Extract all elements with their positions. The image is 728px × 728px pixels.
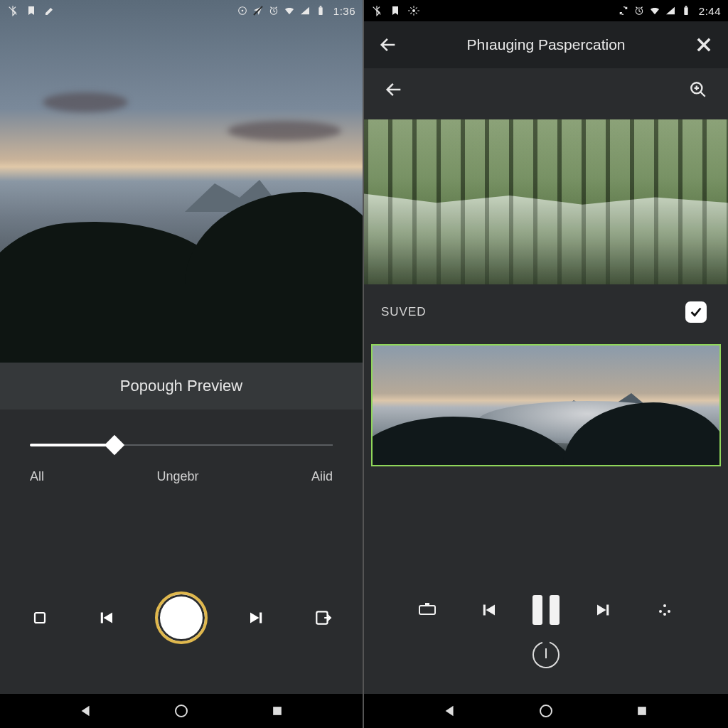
shutter-button[interactable] xyxy=(155,592,208,644)
settings-icon xyxy=(408,5,419,16)
bluetooth-off-icon xyxy=(371,5,382,16)
next-button[interactable] xyxy=(589,594,620,626)
close-button[interactable] xyxy=(690,31,718,59)
alarm-icon xyxy=(633,5,645,16)
controls-row xyxy=(0,592,363,644)
export-button[interactable] xyxy=(307,602,338,633)
slider-label-start: All xyxy=(30,469,44,484)
image-forest[interactable] xyxy=(364,119,728,284)
status-left xyxy=(371,5,419,16)
back-button[interactable] xyxy=(374,31,402,59)
cell-signal-icon xyxy=(299,5,311,16)
svg-rect-10 xyxy=(273,707,282,715)
saved-checkbox[interactable] xyxy=(685,301,707,323)
nav-home-button[interactable] xyxy=(171,701,191,721)
app-bar: Phıauging Paspercation xyxy=(364,21,728,68)
wifi-icon xyxy=(284,5,295,16)
target-icon xyxy=(237,5,248,16)
sync-icon xyxy=(618,5,629,16)
status-bar: 2:44 xyxy=(364,0,728,21)
svg-rect-24 xyxy=(638,707,646,715)
svg-rect-14 xyxy=(684,7,687,15)
svg-point-20 xyxy=(659,610,662,613)
svg-point-2 xyxy=(241,10,243,12)
android-nav-bar xyxy=(0,694,363,728)
more-button[interactable] xyxy=(649,594,680,626)
svg-point-9 xyxy=(176,705,187,717)
nav-recent-button[interactable] xyxy=(632,701,652,721)
svg-point-22 xyxy=(663,613,666,616)
screen-left: 1:36 Popough Preview All Ungebr Aiid xyxy=(0,0,364,728)
sub-bar xyxy=(364,68,728,111)
status-clock: 2:44 xyxy=(699,5,721,17)
battery-icon xyxy=(680,5,692,16)
saved-label: SUVED xyxy=(381,305,427,319)
battery-icon xyxy=(315,5,326,16)
svg-rect-15 xyxy=(685,6,687,7)
nav-back-button[interactable] xyxy=(76,701,96,721)
svg-rect-5 xyxy=(318,7,322,15)
android-nav-bar xyxy=(364,694,728,728)
svg-point-21 xyxy=(668,610,670,613)
nav-off-icon xyxy=(252,5,264,16)
status-left xyxy=(7,5,55,16)
status-clock: 1:36 xyxy=(333,5,355,17)
aspect-button[interactable] xyxy=(412,594,443,626)
power-button[interactable] xyxy=(532,641,560,668)
svg-line-3 xyxy=(254,6,262,15)
preview-slider[interactable] xyxy=(30,438,333,452)
svg-point-12 xyxy=(412,9,415,12)
previous-button[interactable] xyxy=(472,594,503,626)
app-bar-title: Phıauging Paspercation xyxy=(402,36,690,53)
svg-rect-17 xyxy=(419,606,435,614)
svg-point-23 xyxy=(540,705,552,717)
nav-recent-button[interactable] xyxy=(267,701,287,721)
nav-home-button[interactable] xyxy=(536,701,556,721)
bookmark-icon xyxy=(26,5,37,16)
svg-rect-18 xyxy=(425,603,429,606)
cell-signal-icon xyxy=(665,5,676,16)
preview-image xyxy=(0,0,363,363)
svg-point-19 xyxy=(663,604,666,607)
image-selected[interactable] xyxy=(371,344,721,466)
bookmark-icon xyxy=(390,5,401,16)
sub-back-button[interactable] xyxy=(380,75,408,104)
status-right: 2:44 xyxy=(618,5,721,17)
compose-icon xyxy=(44,5,55,16)
bottom-panel: Popough Preview All Ungebr Aiid xyxy=(0,363,363,694)
svg-rect-7 xyxy=(35,613,45,623)
nav-back-button[interactable] xyxy=(440,701,460,721)
saved-row: SUVED xyxy=(364,284,728,340)
slider-labels: All Ungebr Aiid xyxy=(0,458,363,484)
slider-label-mid: Ungebr xyxy=(156,469,198,484)
zoom-button[interactable] xyxy=(684,75,712,104)
screen-right: 2:44 Phıauging Paspercation xyxy=(364,0,728,728)
stop-button[interactable] xyxy=(24,602,55,633)
status-bar: 1:36 xyxy=(0,0,363,21)
bluetooth-off-icon xyxy=(7,5,18,16)
wifi-icon xyxy=(649,5,660,16)
content-area: SUVED xyxy=(364,111,728,694)
pause-button[interactable] xyxy=(532,595,560,625)
panel-title: Popough Preview xyxy=(0,363,363,410)
status-right: 1:36 xyxy=(237,5,355,17)
svg-rect-6 xyxy=(319,6,321,7)
previous-button[interactable] xyxy=(90,602,121,633)
alarm-icon xyxy=(268,5,279,16)
playback-controls xyxy=(364,594,728,626)
next-button[interactable] xyxy=(242,602,273,633)
slider-label-end: Aiid xyxy=(311,469,333,484)
